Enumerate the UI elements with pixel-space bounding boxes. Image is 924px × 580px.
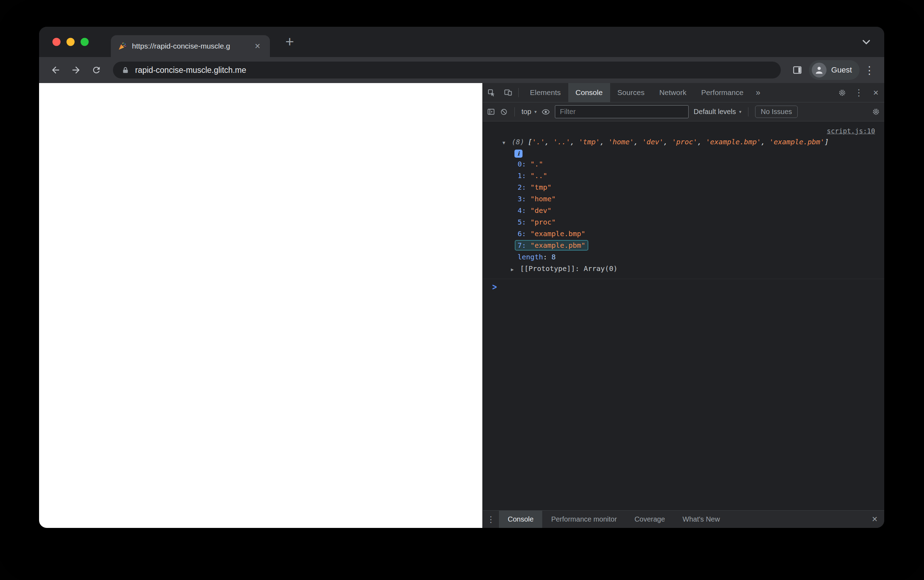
browser-toolbar: rapid-concise-muscle.glitch.me Guest ⋮ [39,57,884,83]
devtools-tab-performance[interactable]: Performance [694,83,751,102]
devtools-tab-list: ElementsConsoleSourcesNetworkPerformance [523,83,751,102]
array-entry-4: 4: "dev" [483,205,884,216]
array-entry-list: 0: "."1: ".."2: "tmp"3: "home"4: "dev"5:… [483,158,884,251]
separator: : [543,253,551,261]
browser-tab[interactable]: https://rapid-concise-muscle.g × [111,35,270,57]
inspect-element-icon[interactable] [483,83,500,102]
prototype-label: [[Prototype]] [520,264,575,273]
devtools-tab-network[interactable]: Network [652,83,694,102]
device-toolbar-icon[interactable] [500,83,516,102]
close-window-button[interactable] [53,38,61,46]
array-length-line: length: 8 [483,251,884,263]
window-controls [53,38,89,46]
length-value: 8 [551,253,556,261]
new-tab-button[interactable]: + [285,33,294,50]
lock-icon [122,66,130,74]
tab-close-icon[interactable]: × [252,41,263,52]
console-toolbar: top ▾ Default levels ▾ No Issues [483,102,884,122]
array-preview-items: ['.', '..', 'tmp', 'home', 'dev', 'proc'… [528,138,829,146]
address-bar[interactable]: rapid-concise-muscle.glitch.me [113,62,781,79]
console-message: script.js:10 ▼(8)['.', '..', 'tmp', 'hom… [483,124,884,279]
execution-context-selector[interactable]: top ▾ [521,108,537,116]
array-entry-3: 3: "home" [483,193,884,205]
array-entry-7: 7: "example.pbm" [483,240,884,251]
clear-console-icon[interactable] [500,108,508,116]
drawer-tab-performance-monitor[interactable]: Performance monitor [542,511,626,528]
tab-favicon-party-icon [118,41,127,51]
page-viewport[interactable] [39,83,482,528]
disclosure-open-icon[interactable]: ▼ [503,137,511,148]
drawer-tab-list: ConsolePerformance monitorCoverageWhat's… [499,511,729,528]
avatar [812,63,827,77]
tab-strip: https://rapid-concise-muscle.g × + [39,27,884,57]
back-button[interactable] [47,61,64,79]
zoom-window-button[interactable] [81,38,89,46]
devtools-tab-console[interactable]: Console [568,83,610,102]
drawer-tab-coverage[interactable]: Coverage [626,511,674,528]
evaluated-info-line: i [483,148,884,158]
profile-name: Guest [831,66,852,75]
log-levels-selector[interactable]: Default levels ▾ [694,108,742,116]
url-text: rapid-concise-muscle.glitch.me [135,66,246,75]
array-entry-1: 1: ".." [483,170,884,181]
reload-button[interactable] [88,61,105,79]
drawer-tab-console[interactable]: Console [499,511,542,528]
prototype-value: Array(0) [584,264,618,273]
console-output: script.js:10 ▼(8)['.', '..', 'tmp', 'hom… [483,122,884,510]
array-preview-line[interactable]: ▼(8)['.', '..', 'tmp', 'home', 'dev', 'p… [483,136,884,148]
devtools-tabbar-actions: ⋮ × [834,83,884,102]
devtools-menu-kebab-icon[interactable]: ⋮ [850,83,867,102]
browser-menu-kebab-icon[interactable]: ⋮ [862,64,876,76]
devtools-tab-elements[interactable]: Elements [523,83,568,102]
array-entry-2: 2: "tmp" [483,181,884,193]
chevron-down-icon: ▾ [739,109,742,114]
devtools-tabbar: ElementsConsoleSourcesNetworkPerformance… [483,83,884,102]
console-prompt[interactable]: > [483,279,884,294]
live-expression-eye-icon[interactable] [541,108,550,116]
tab-search-chevron-icon[interactable] [861,36,871,47]
disclosure-closed-icon[interactable]: ▶ [511,264,520,275]
devtools-settings-gear-icon[interactable] [834,83,850,102]
drawer-close-icon[interactable]: × [865,514,884,525]
prompt-chevron-icon: > [492,281,497,292]
levels-label: Default levels [694,108,736,116]
console-settings-gear-icon[interactable] [872,108,880,116]
separator: : [575,264,584,273]
divider [748,107,748,117]
array-entry-5: 5: "proc" [483,216,884,228]
forward-button[interactable] [67,61,85,79]
console-sidebar-icon[interactable] [487,108,495,116]
chevron-down-icon: ▾ [534,109,537,114]
more-panels-icon[interactable]: » [751,88,765,97]
devtools-close-icon[interactable]: × [867,83,884,102]
array-entry-6: 6: "example.bmp" [483,228,884,240]
window-content: ElementsConsoleSourcesNetworkPerformance… [39,83,884,528]
prototype-line[interactable]: ▶[[Prototype]]: Array(0) [483,263,884,275]
divider [518,88,519,97]
info-icon: i [515,150,523,158]
context-label: top [521,108,531,116]
browser-window: https://rapid-concise-muscle.g × + rapid… [39,27,884,528]
drawer-menu-kebab-icon[interactable]: ⋮ [483,514,499,524]
devtools-panel: ElementsConsoleSourcesNetworkPerformance… [482,83,884,528]
devtools-tab-sources[interactable]: Sources [610,83,652,102]
array-entry-0: 0: "." [483,158,884,170]
console-filter-input[interactable] [555,105,689,118]
tab-title: https://rapid-concise-muscle.g [132,42,247,50]
array-length-summary: (8) [511,138,524,146]
issues-badge[interactable]: No Issues [755,105,798,118]
length-label: length [518,253,543,261]
profile-button[interactable]: Guest [809,60,860,80]
devtools-drawer: ⋮ ConsolePerformance monitorCoverageWhat… [483,510,884,528]
divider [515,107,515,117]
source-location-link[interactable]: script.js:10 [827,127,875,135]
minimize-window-button[interactable] [66,38,75,46]
side-panel-icon[interactable] [789,61,806,79]
drawer-tab-what-s-new[interactable]: What's New [674,511,729,528]
